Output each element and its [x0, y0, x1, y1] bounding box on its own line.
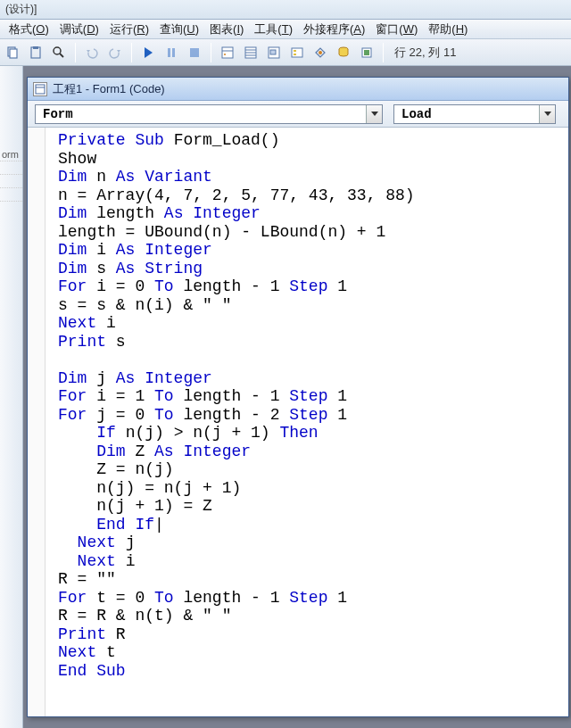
object-browser-icon[interactable]: [286, 42, 308, 63]
chevron-down-icon: [539, 105, 555, 123]
svg-line-5: [60, 54, 63, 57]
code-window-icon: [33, 82, 47, 96]
pause-icon[interactable]: [161, 42, 182, 63]
menu-item[interactable]: 运行(R): [104, 20, 154, 39]
svg-rect-19: [294, 50, 296, 52]
left-panel-item: [0, 175, 22, 188]
paste-icon[interactable]: [25, 42, 46, 63]
stop-icon[interactable]: [184, 42, 205, 63]
code-window-title: 工程1 - Form1 (Code): [53, 81, 165, 97]
cursor-position: 行 22, 列 11: [394, 45, 456, 61]
menu-item[interactable]: 窗口(W): [370, 20, 423, 39]
left-panel-item[interactable]: orm: [0, 148, 22, 161]
svg-rect-7: [172, 48, 175, 57]
toolbar: 行 22, 列 11: [0, 39, 571, 66]
menu-item[interactable]: 格式(O): [4, 20, 54, 39]
menu-item[interactable]: 工具(T): [249, 20, 298, 39]
object-dropdown-value: Form: [36, 107, 366, 121]
svg-rect-25: [36, 85, 45, 94]
svg-rect-6: [168, 48, 170, 57]
code-window: 工程1 - Form1 (Code) Form Load Private Sub…: [27, 77, 569, 717]
properties-icon[interactable]: [240, 42, 261, 63]
menu-item[interactable]: 帮助(H): [423, 20, 473, 39]
code-gutter: [28, 128, 46, 716]
run-icon[interactable]: [137, 42, 159, 63]
code-window-titlebar[interactable]: 工程1 - Form1 (Code): [28, 78, 568, 101]
left-panel: orm: [0, 66, 23, 728]
window-title-fragment: (设计)]: [0, 0, 571, 20]
svg-point-21: [319, 51, 322, 54]
svg-rect-8: [190, 48, 199, 57]
svg-rect-18: [292, 48, 302, 57]
code-editor[interactable]: Private Sub Form_Load() Show Dim n As Va…: [28, 128, 568, 716]
left-panel-item: [0, 188, 22, 202]
data-view-icon[interactable]: [333, 42, 354, 63]
component-icon[interactable]: [356, 42, 377, 63]
svg-rect-24: [364, 50, 369, 55]
redo-icon[interactable]: [104, 42, 126, 63]
procedure-dropdown-value: Load: [394, 107, 539, 121]
svg-rect-1: [10, 49, 17, 58]
chevron-down-icon: [366, 105, 382, 123]
svg-rect-9: [222, 47, 233, 58]
procedure-dropdown[interactable]: Load: [393, 104, 556, 124]
project-explorer-icon[interactable]: [217, 42, 238, 63]
svg-rect-17: [270, 50, 276, 54]
menu-item[interactable]: 图表(I): [204, 20, 249, 39]
form-layout-icon[interactable]: [263, 42, 285, 63]
code-text[interactable]: Private Sub Form_Load() Show Dim n As Va…: [58, 131, 565, 680]
undo-icon[interactable]: [81, 42, 103, 63]
menu-item[interactable]: 外接程序(A): [298, 20, 370, 39]
toolbox-icon[interactable]: [310, 42, 331, 63]
code-dropdown-row: Form Load: [28, 101, 568, 128]
copy-icon[interactable]: [2, 42, 23, 63]
svg-point-11: [224, 54, 226, 55]
menu-item[interactable]: 调试(D): [54, 20, 104, 39]
mdi-workspace: 工程1 - Form1 (Code) Form Load Private Sub…: [23, 66, 571, 728]
menu-item[interactable]: 查询(U): [154, 20, 204, 39]
find-icon[interactable]: [48, 42, 70, 63]
svg-rect-20: [294, 54, 296, 55]
object-dropdown[interactable]: Form: [35, 104, 383, 124]
left-panel-item: [0, 161, 22, 175]
svg-rect-3: [33, 46, 38, 49]
svg-point-4: [54, 47, 61, 54]
menu-bar: 格式(O)调试(D)运行(R)查询(U)图表(I)工具(T)外接程序(A)窗口(…: [0, 20, 571, 39]
